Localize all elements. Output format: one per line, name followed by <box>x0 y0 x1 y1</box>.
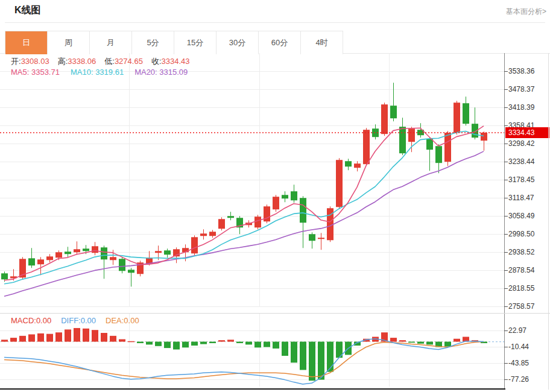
ma20-line <box>4 151 484 296</box>
tab-0[interactable]: 日 <box>5 31 48 54</box>
tab-3[interactable]: 5分 <box>132 31 174 54</box>
page-title: K线图 <box>14 4 41 17</box>
tab-4[interactable]: 15分 <box>174 31 217 54</box>
diff-line <box>4 339 484 384</box>
candles-layer <box>1 83 487 286</box>
ma10-line <box>4 131 484 284</box>
tab-5[interactable]: 30分 <box>217 31 259 54</box>
timeframe-tabbar: 日周月5分15分30分60分4时 <box>5 31 343 54</box>
tab-2[interactable]: 月 <box>90 31 132 54</box>
dea-line <box>4 342 484 379</box>
tab-1[interactable]: 周 <box>48 31 90 54</box>
bottom-border <box>0 388 505 390</box>
title-divider <box>5 22 545 23</box>
kline-widget: K线图 基本面分析> 日周月5分15分30分60分4时 开:3308.03高:3… <box>0 0 550 392</box>
macd-chart-canvas[interactable] <box>0 314 550 390</box>
tab-7[interactable]: 4时 <box>301 31 343 54</box>
candlestick-chart-canvas[interactable] <box>0 53 550 314</box>
main-grid-layer <box>0 53 508 314</box>
panel-separator <box>0 313 550 314</box>
fundamental-analysis-link[interactable]: 基本面分析> <box>506 7 546 17</box>
macd-grid-layer <box>0 314 508 390</box>
axis-column-border <box>548 53 549 390</box>
tab-6[interactable]: 60分 <box>259 31 301 54</box>
